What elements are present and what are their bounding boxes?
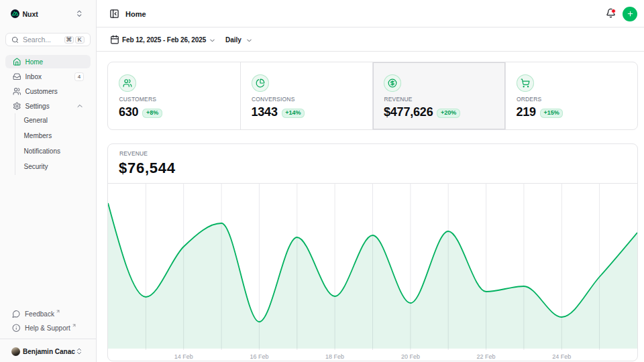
svg-text:20 Feb: 20 Feb (401, 353, 420, 360)
svg-text:16 Feb: 16 Feb (250, 353, 268, 360)
svg-text:18 Feb: 18 Feb (325, 353, 344, 360)
svg-text:24 Feb: 24 Feb (552, 353, 571, 360)
svg-text:14 Feb: 14 Feb (174, 353, 193, 360)
svg-text:22 Feb: 22 Feb (477, 353, 496, 360)
